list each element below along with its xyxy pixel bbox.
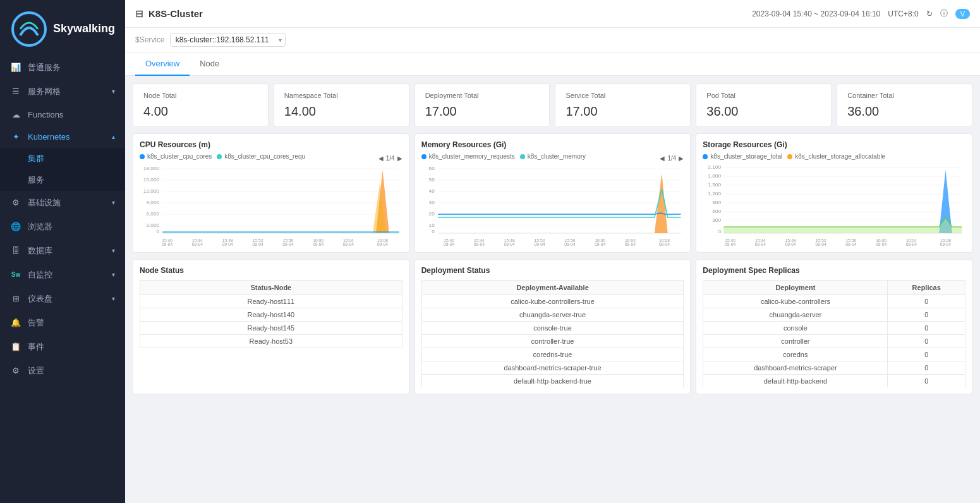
deployment-replicas-card: Deployment Spec Replicas Deployment Repl… bbox=[696, 259, 972, 394]
cloud-icon: ☁ bbox=[10, 110, 21, 119]
sidebar-item-infrastructure[interactable]: ⚙ 基础设施 ▾ bbox=[0, 191, 125, 215]
sidebar-item-service-mesh[interactable]: ☰ 服务网格 ▾ bbox=[0, 80, 125, 104]
stat-label: Deployment Total bbox=[425, 92, 540, 99]
svg-text:12,000: 12,000 bbox=[143, 188, 160, 194]
mesh-icon: ☰ bbox=[10, 87, 21, 96]
service-select-wrapper[interactable]: k8s-cluster::192.168.52.111 bbox=[170, 33, 286, 47]
sidebar: Skywalking 📊 普通服务 ☰ 服务网格 ▾ ☁ Functions ✦… bbox=[0, 0, 125, 503]
table-row: chuangda-server0 bbox=[703, 308, 965, 322]
col-deployment-available: Deployment-Available bbox=[421, 281, 684, 295]
svg-text:18,000: 18,000 bbox=[143, 166, 160, 171]
memory-chart-card: Memory Resources (Gi) k8s_cluster_memory… bbox=[414, 133, 691, 253]
svg-text:09-04: 09-04 bbox=[343, 242, 354, 246]
main-content: ⊟ K8S-Cluster 2023-09-04 15:40 ~ 2023-09… bbox=[125, 0, 980, 503]
stat-pod-total: Pod Total 36.00 bbox=[696, 83, 832, 127]
svg-text:09-04: 09-04 bbox=[595, 242, 606, 246]
stat-value: 36.00 bbox=[706, 104, 821, 119]
header-right: 2023-09-04 15:40 ~ 2023-09-04 16:10 UTC+… bbox=[752, 8, 970, 19]
infra-icon: ⚙ bbox=[10, 198, 21, 207]
sidebar-item-database[interactable]: 🗄 数据库 ▾ bbox=[0, 239, 125, 263]
sidebar-item-event[interactable]: 📋 事件 bbox=[0, 335, 125, 359]
toggle-button[interactable]: V bbox=[955, 9, 970, 19]
time-range: 2023-09-04 15:40 ~ 2023-09-04 16:10 bbox=[752, 9, 880, 18]
sidebar-item-label: 服务网格 bbox=[28, 86, 61, 97]
service-select[interactable]: k8s-cluster::192.168.52.111 bbox=[170, 33, 286, 47]
svg-text:3,000: 3,000 bbox=[146, 222, 159, 228]
legend-dot-blue bbox=[140, 154, 145, 159]
svg-text:09-04: 09-04 bbox=[252, 242, 263, 246]
logo: Skywalking bbox=[0, 0, 125, 56]
legend-item: k8s_cluster_storage_allocatable bbox=[787, 153, 885, 160]
sidebar-item-self-monitor[interactable]: Sw 自监控 ▾ bbox=[0, 263, 125, 287]
sidebar-item-service[interactable]: 服务 bbox=[0, 169, 125, 191]
sidebar-item-alert[interactable]: 🔔 告警 bbox=[0, 311, 125, 335]
info-icon[interactable]: ⓘ bbox=[940, 8, 948, 19]
deployment-status-card: Deployment Status Deployment-Available c… bbox=[414, 259, 691, 394]
content-area: Overview Node Node Total 4.00 Namespace … bbox=[125, 52, 980, 503]
sidebar-item-common-service[interactable]: 📊 普通服务 bbox=[0, 56, 125, 80]
skywalking-logo-icon bbox=[10, 10, 48, 48]
table-row: controller-true bbox=[421, 335, 684, 348]
svg-text:1,800: 1,800 bbox=[708, 173, 722, 179]
tab-overview[interactable]: Overview bbox=[135, 52, 190, 76]
next-icon[interactable]: ▶ bbox=[397, 155, 402, 162]
sidebar-item-label: 仪表盘 bbox=[28, 293, 52, 305]
col-deployment: Deployment bbox=[703, 281, 888, 295]
legend-item: k8s_cluster_memory_requests bbox=[421, 153, 515, 160]
sidebar-item-label: 浏览器 bbox=[28, 221, 52, 233]
chevron-up-icon: ▴ bbox=[112, 133, 115, 140]
svg-text:30: 30 bbox=[428, 200, 435, 205]
cpu-chart-area: 18,000 15,000 12,000 9,000 6,000 3,000 0 bbox=[140, 164, 402, 246]
svg-text:2,100: 2,100 bbox=[708, 164, 722, 170]
stat-value: 14.00 bbox=[284, 104, 399, 119]
prev-icon[interactable]: ◀ bbox=[378, 155, 384, 162]
next-icon[interactable]: ▶ bbox=[679, 155, 684, 162]
svg-text:6,000: 6,000 bbox=[146, 211, 159, 217]
prev-icon[interactable]: ◀ bbox=[660, 155, 665, 162]
table-row: Ready-host145 bbox=[140, 322, 402, 335]
deployment-status-table: Deployment-Available calico-kube-control… bbox=[421, 280, 684, 387]
memory-chart-nav: ◀ 1/4 ▶ bbox=[660, 155, 684, 162]
sidebar-item-settings[interactable]: ⚙ 设置 bbox=[0, 359, 125, 383]
stat-label: Service Total bbox=[566, 92, 680, 99]
table-row: console0 bbox=[703, 322, 965, 335]
legend-item: k8s_cluster_cpu_cores_requ bbox=[217, 153, 305, 160]
deployment-replicas-scroll[interactable]: Deployment Replicas calico-kube-controll… bbox=[703, 280, 965, 387]
svg-text:09-04: 09-04 bbox=[282, 242, 294, 246]
sidebar-item-cluster[interactable]: 集群 bbox=[0, 148, 125, 169]
memory-chart-area: 60 50 40 30 20 10 0 bbox=[421, 164, 684, 246]
node-status-card: Node Status Status-Node Ready-host111Rea… bbox=[133, 259, 409, 394]
svg-text:09-04: 09-04 bbox=[564, 242, 576, 246]
stat-deployment-total: Deployment Total 17.00 bbox=[414, 83, 550, 127]
sidebar-item-kubernetes[interactable]: ✦ Kubernetes ▴ bbox=[0, 126, 125, 148]
deployment-status-body: calico-kube-controllers-truechuangda-ser… bbox=[421, 295, 684, 388]
cpu-chart-card: CPU Resources (m) k8s_cluster_cpu_cores … bbox=[133, 133, 409, 253]
chevron-down-icon: ▾ bbox=[112, 88, 115, 95]
svg-text:600: 600 bbox=[713, 209, 722, 214]
sidebar-item-dashboard[interactable]: ⊞ 仪表盘 ▾ bbox=[0, 287, 125, 311]
sidebar-item-label: Functions bbox=[28, 110, 63, 119]
svg-text:60: 60 bbox=[428, 166, 435, 171]
sidebar-item-label: 自监控 bbox=[28, 269, 52, 281]
refresh-icon[interactable]: ↻ bbox=[926, 9, 933, 18]
node-status-scroll[interactable]: Status-Node Ready-host111Ready-host140Re… bbox=[140, 280, 402, 348]
svg-text:09-04: 09-04 bbox=[313, 242, 324, 246]
memory-legend: k8s_cluster_memory_requests k8s_cluster_… bbox=[421, 153, 586, 160]
toolbar: $Service k8s-cluster::192.168.52.111 bbox=[125, 28, 980, 52]
sidebar-item-label: 告警 bbox=[28, 317, 44, 329]
sidebar-item-browser[interactable]: 🌐 浏览器 bbox=[0, 215, 125, 239]
tab-node[interactable]: Node bbox=[190, 52, 229, 76]
table-row: coredns0 bbox=[703, 348, 965, 361]
memory-legend-nav: k8s_cluster_memory_requests k8s_cluster_… bbox=[421, 153, 684, 164]
kubernetes-submenu: 集群 服务 bbox=[0, 148, 125, 191]
page-indicator: 1/4 bbox=[667, 155, 676, 162]
svg-text:09-04: 09-04 bbox=[755, 242, 766, 246]
deployment-status-scroll[interactable]: Deployment-Available calico-kube-control… bbox=[421, 280, 684, 387]
logo-text: Skywalking bbox=[53, 22, 115, 35]
chevron-down-icon: ▾ bbox=[112, 199, 115, 206]
svg-text:09-04: 09-04 bbox=[444, 242, 455, 246]
stat-label: Namespace Total bbox=[284, 92, 399, 99]
chevron-down-icon: ▾ bbox=[112, 295, 115, 302]
stats-row: Node Total 4.00 Namespace Total 14.00 De… bbox=[133, 83, 972, 127]
sidebar-item-functions[interactable]: ☁ Functions bbox=[0, 104, 125, 126]
